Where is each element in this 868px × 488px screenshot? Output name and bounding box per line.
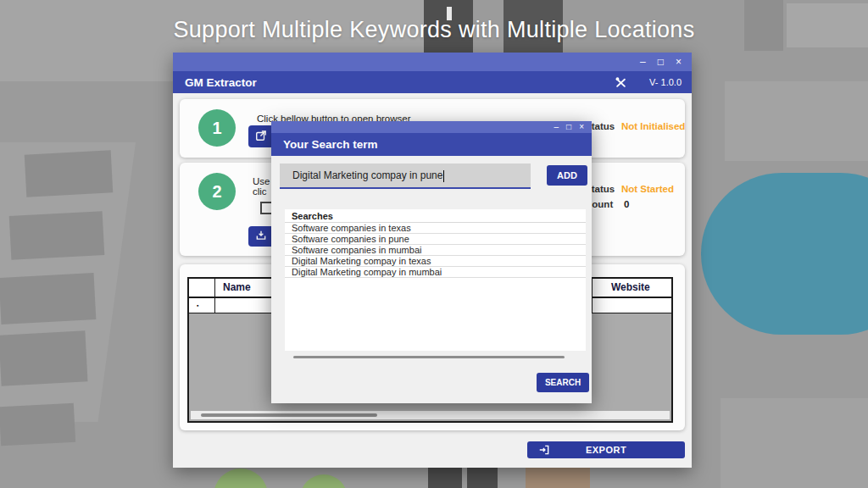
map-tree xyxy=(300,474,348,488)
search-term-dialog: – □ × Your Search term Digital Marketing… xyxy=(271,121,592,403)
table-horizontal-scrollbar[interactable] xyxy=(191,411,670,419)
app-title: GM Extractor xyxy=(173,76,257,89)
maximize-icon[interactable]: □ xyxy=(658,57,664,67)
map-pond xyxy=(701,173,868,335)
page-title: Support Multiple Keywords with Multiple … xyxy=(0,17,868,43)
search-list-item[interactable]: Digital Marketing compay in mumbai xyxy=(285,267,586,278)
search-list-item[interactable]: Software companies in pune xyxy=(285,234,586,245)
map-building xyxy=(0,330,88,385)
tools-icon[interactable] xyxy=(615,76,627,89)
horizontal-scrollbar[interactable] xyxy=(293,356,565,358)
minimize-icon[interactable]: – xyxy=(640,57,646,67)
maximize-icon[interactable]: □ xyxy=(566,123,571,131)
search-button[interactable]: SEARCH xyxy=(537,373,589,392)
close-icon[interactable]: × xyxy=(579,123,584,131)
minimize-icon[interactable]: – xyxy=(554,123,559,131)
searches-list-header: Searches xyxy=(285,209,586,223)
export-icon xyxy=(538,444,550,456)
open-external-icon xyxy=(255,130,267,144)
search-term-input-value: Digital Marketing compay in pune xyxy=(292,169,442,181)
search-list-item[interactable]: Software companies in mumbai xyxy=(285,245,586,256)
map-block xyxy=(721,398,868,488)
map-building xyxy=(0,403,75,446)
text-caret xyxy=(443,170,444,182)
website-cell xyxy=(593,298,671,313)
dialog-body: Digital Marketing compay in pune ADD Sea… xyxy=(271,156,592,403)
current-row-marker: ▪ xyxy=(189,298,214,313)
row-selector-header[interactable] xyxy=(189,279,215,297)
step2-instruction-line1: Use xyxy=(253,176,270,186)
map-building xyxy=(25,150,113,197)
step1-number-badge: 1 xyxy=(198,109,236,147)
download-icon xyxy=(255,230,267,244)
step2-number-badge: 2 xyxy=(198,173,236,210)
version-label: V- 1.0.0 xyxy=(649,77,692,87)
search-list-item[interactable]: Digital Marketing compay in texas xyxy=(285,256,586,267)
export-button-label: EXPORT xyxy=(586,445,626,455)
map-tree xyxy=(214,469,268,488)
close-icon[interactable]: × xyxy=(676,57,682,67)
count-value: 0 xyxy=(624,199,629,209)
add-button[interactable]: ADD xyxy=(547,165,587,186)
step2-instruction-line2: clic xyxy=(253,186,267,197)
step1-status-value: Not Initialised xyxy=(621,121,685,131)
scrollbar-thumb[interactable] xyxy=(201,413,377,417)
map-block xyxy=(725,81,868,161)
main-window-control-strip: – □ × xyxy=(173,53,692,71)
website-column-header[interactable]: Website xyxy=(593,279,671,297)
searches-list: Searches Software companies in texas Sof… xyxy=(285,209,586,351)
dialog-titlebar: Your Search term xyxy=(271,133,592,156)
map-building xyxy=(9,211,105,260)
row-selector-cell[interactable]: ▪ xyxy=(189,298,215,313)
search-term-input[interactable]: Digital Marketing compay in pune xyxy=(280,164,531,189)
search-list-item[interactable]: Software companies in texas xyxy=(285,223,586,234)
dialog-title: Your Search term xyxy=(271,138,378,151)
map-building xyxy=(0,273,96,324)
dialog-control-strip: – □ × xyxy=(271,121,592,133)
searches-list-items: Software companies in texas Software com… xyxy=(285,223,586,278)
map-background: Support Multiple Keywords with Multiple … xyxy=(0,0,868,488)
export-button[interactable]: EXPORT xyxy=(527,441,685,458)
main-titlebar: GM Extractor V- 1.0.0 xyxy=(173,71,692,93)
step2-status-value: Not Started xyxy=(621,184,674,194)
